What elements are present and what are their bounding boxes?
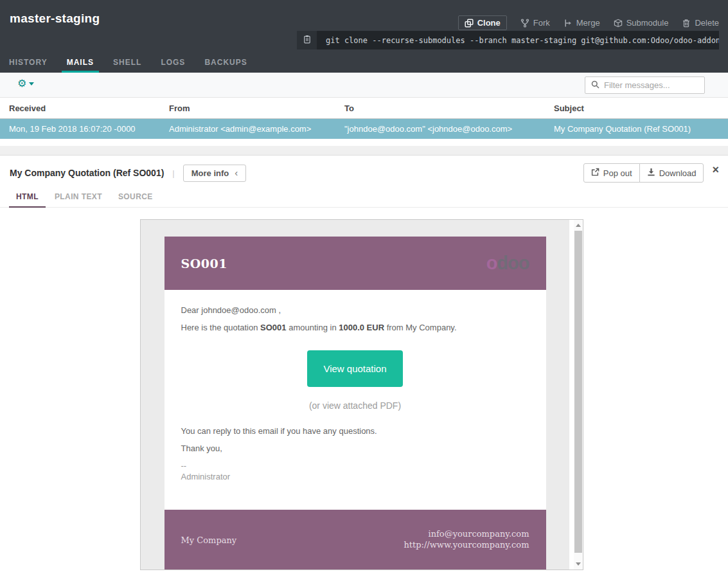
column-subject: Subject <box>545 103 728 113</box>
column-from: From <box>160 103 335 113</box>
detail-header-actions: Pop out Download × <box>583 163 719 183</box>
footer-contact: info@yourcompany.com http://www.yourcomp… <box>404 529 529 551</box>
cell-subject: My Company Quotation (Ref SO001) <box>545 124 728 134</box>
search-icon <box>591 80 599 91</box>
mail-view-tabs: HTML PLAIN TEXT SOURCE <box>0 188 728 208</box>
thanks-line: Thank you, <box>181 444 529 453</box>
clone-button[interactable]: Clone <box>458 15 507 30</box>
view-quotation-button[interactable]: View quotation <box>307 350 402 387</box>
merge-label: Merge <box>576 18 600 28</box>
mail-table-header: Received From To Subject <box>0 98 728 119</box>
email-document: SO001 odoo Dear johndoe@odoo.com , Here … <box>141 220 569 570</box>
cell-to: "johndoe@odoo.com" <johndoe@odoo.com> <box>335 124 545 134</box>
tab-mails[interactable]: MAILS <box>62 55 99 73</box>
chevron-left-icon: ‹ <box>235 170 238 176</box>
fork-button[interactable]: Fork <box>520 18 550 28</box>
delete-button[interactable]: Delete <box>682 18 719 28</box>
quotation-amount: 1000.0 EUR <box>339 323 384 332</box>
more-info-button[interactable]: More info ‹ <box>183 165 247 182</box>
mail-detail-panel: My Company Quotation (Ref SO001) | More … <box>0 156 728 574</box>
scroll-up-arrow[interactable] <box>574 220 583 231</box>
download-label: Download <box>659 168 697 178</box>
scroll-down-arrow[interactable] <box>574 559 583 570</box>
settings-dropdown-button[interactable]: ⚙ <box>17 78 34 89</box>
triangle-up-icon <box>576 224 581 227</box>
tab-shell[interactable]: SHELL <box>108 55 146 73</box>
signature-separator: -- <box>181 461 529 471</box>
gear-icon: ⚙ <box>17 78 26 89</box>
merge-icon <box>564 19 573 28</box>
pop-out-button[interactable]: Pop out <box>583 163 640 183</box>
trash-icon <box>682 19 691 28</box>
fork-icon <box>520 19 529 28</box>
clone-command-text: git clone --recurse-submodules --branch … <box>317 31 719 49</box>
tab-history[interactable]: HISTORY <box>4 55 53 73</box>
branch-header: master-staging Clone Fork <box>0 0 728 73</box>
email-card: SO001 odoo Dear johndoe@odoo.com , Here … <box>164 237 546 570</box>
caret-down-icon <box>29 82 34 85</box>
download-icon <box>647 168 655 178</box>
delete-label: Delete <box>695 18 719 28</box>
clone-icon <box>465 19 474 28</box>
tab-html[interactable]: HTML <box>9 188 46 208</box>
filter-messages-input[interactable] <box>604 80 698 90</box>
clipboard-icon <box>303 35 312 46</box>
scrollbar-thumb[interactable] <box>574 231 582 553</box>
tab-logs[interactable]: LOGS <box>155 55 190 73</box>
submodule-button[interactable]: Submodule <box>614 18 669 28</box>
mail-subject-title: My Company Quotation (Ref SO001) <box>10 168 164 178</box>
quotation-ref: SO001 <box>260 323 286 332</box>
close-icon[interactable]: × <box>712 165 719 174</box>
pop-out-label: Pop out <box>603 168 632 178</box>
greeting-line: Dear johndoe@odoo.com , <box>181 305 529 315</box>
merge-button[interactable]: Merge <box>564 18 600 28</box>
footer-website: http://www.yourcompany.com <box>404 540 529 550</box>
copy-to-clipboard-button[interactable] <box>297 31 317 49</box>
submodule-icon <box>614 19 623 28</box>
button-row: View quotation <box>181 350 529 387</box>
branch-actions: Clone Fork Merge <box>458 15 719 30</box>
mails-toolbar: ⚙ <box>0 73 728 98</box>
table-tail <box>0 139 728 146</box>
section-divider <box>0 146 728 156</box>
fork-label: Fork <box>533 18 550 28</box>
order-reference: SO001 <box>181 256 227 271</box>
branch-title: master-staging <box>10 12 100 26</box>
table-row[interactable]: Mon, 19 Feb 2018 16:07:20 -0000 Administ… <box>0 119 728 139</box>
mail-detail-header: My Company Quotation (Ref SO001) | More … <box>0 156 728 186</box>
odoo-logo: odoo <box>486 254 529 273</box>
tab-backups[interactable]: BACKUPS <box>199 55 252 73</box>
quotation-line: Here is the quotation SO001 amounting in… <box>181 323 529 332</box>
footer-email: info@yourcompany.com <box>429 529 529 539</box>
external-link-icon <box>591 168 599 178</box>
cell-received: Mon, 19 Feb 2018 16:07:20 -0000 <box>0 124 160 134</box>
preview-gutter <box>569 220 574 570</box>
clone-label: Clone <box>477 18 501 28</box>
column-received: Received <box>0 103 160 113</box>
title-separator: | <box>172 168 174 178</box>
triangle-down-icon <box>576 562 581 566</box>
email-footer-band: My Company info@yourcompany.com http://w… <box>164 510 546 570</box>
column-to: To <box>335 103 545 113</box>
branch-tabs: HISTORY MAILS SHELL LOGS BACKUPS <box>4 55 262 73</box>
email-header-band: SO001 odoo <box>164 237 546 290</box>
submodule-label: Submodule <box>626 18 669 28</box>
clone-command-bar: git clone --recurse-submodules --branch … <box>297 31 719 49</box>
mail-table: Received From To Subject Mon, 19 Feb 201… <box>0 98 728 146</box>
reply-note: You can reply to this email if you have … <box>181 426 529 436</box>
tab-plain-text[interactable]: PLAIN TEXT <box>48 188 109 208</box>
more-info-label: More info <box>191 168 229 178</box>
tab-source[interactable]: SOURCE <box>111 188 160 208</box>
filter-messages-box <box>585 76 705 94</box>
email-body: Dear johndoe@odoo.com , Here is the quot… <box>164 290 546 510</box>
preview-scrollbar[interactable] <box>574 220 583 570</box>
download-button[interactable]: Download <box>639 163 704 183</box>
pdf-note: (or view attached PDF) <box>181 400 529 411</box>
signature: Administrator <box>181 472 529 481</box>
footer-company: My Company <box>181 535 237 545</box>
cell-from: Administrator <admin@example.com> <box>160 124 335 134</box>
email-preview-frame: SO001 odoo Dear johndoe@odoo.com , Here … <box>140 219 583 570</box>
